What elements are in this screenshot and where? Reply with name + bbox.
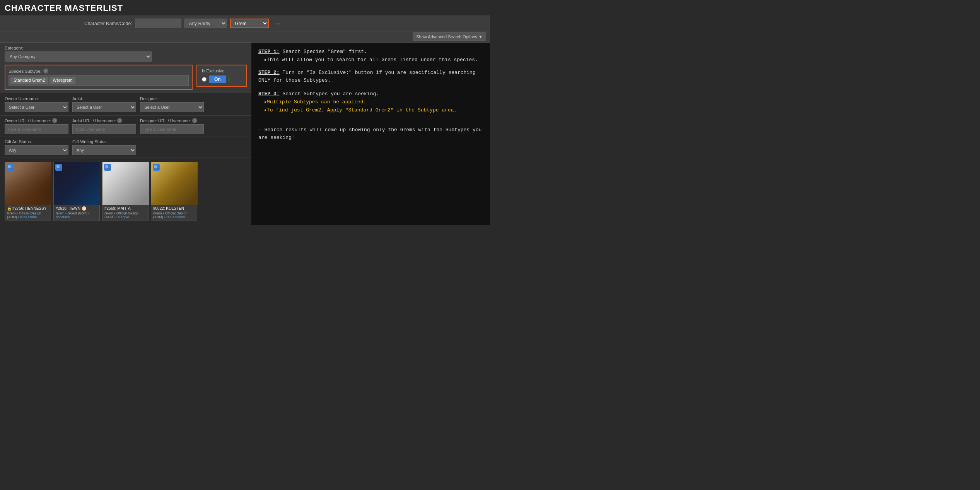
result-card[interactable]: 🔍 #2569: MAHTA Grem • Official Design (A… bbox=[102, 162, 149, 221]
rarity-select[interactable]: Any Rarity bbox=[184, 19, 227, 28]
card-search-badge[interactable]: 🔍 bbox=[7, 164, 14, 171]
subtype-tag-2: Weregrem bbox=[50, 77, 75, 84]
result-card[interactable]: 🔍 #0822: KOLSTEN Grem • Official Design … bbox=[151, 162, 197, 221]
step1-text: Search Species "Grem" first. bbox=[282, 49, 367, 55]
artist-select[interactable]: Select a User bbox=[72, 102, 136, 112]
artist-label: Artist: bbox=[72, 96, 136, 101]
owner-url-input[interactable] bbox=[5, 124, 68, 134]
char-meta: Grem • Official Design (ADM) • King Maho bbox=[7, 211, 49, 219]
step2-text: Turn on "Is Exclusive:" button if you ar… bbox=[258, 70, 476, 84]
step3-label: STEP 3: bbox=[258, 91, 280, 97]
owner-label: Owner Username: bbox=[5, 96, 68, 101]
step3-bullet2: ★To find just Grem2, Apply "Standard Gre… bbox=[258, 106, 457, 115]
artist-url-help[interactable]: ? bbox=[117, 118, 122, 123]
gift-writing-field: Gift Writing Status: Any bbox=[72, 139, 136, 155]
card-search-badge[interactable]: 🔍 bbox=[55, 164, 62, 171]
step3-bullet1: ★Multiple Subtypes can be applied. bbox=[258, 98, 366, 106]
results-grid: 🔍 🔒#2756: HENNESSY Grem • Official Desig… bbox=[0, 158, 251, 225]
species-select[interactable]: Grem bbox=[230, 19, 269, 28]
step3-text: Search Subtypes you are seeking. bbox=[282, 91, 379, 97]
designer-url-label: Designer URL / Username: bbox=[140, 118, 191, 123]
designer-url-input[interactable] bbox=[140, 124, 204, 134]
result-card[interactable]: 🔍 #2610: HEWN 🌕 Grem • Guest (GST) • gho… bbox=[53, 162, 100, 221]
result-text-block: ← Search results will come up showing on… bbox=[258, 122, 483, 142]
subtype-tag-1: Standard Grem2 bbox=[10, 77, 48, 84]
gift-writing-select[interactable]: Any bbox=[72, 145, 136, 155]
owner-field: Owner Username: Select a User bbox=[5, 96, 68, 112]
char-meta: Grem • Official Design (ADM) • Magpie bbox=[104, 211, 146, 219]
subtype-help-icon[interactable]: ? bbox=[43, 69, 48, 74]
artist-url-label: Artist URL / Username: bbox=[72, 118, 116, 123]
artist-field: Artist: Select a User bbox=[72, 96, 136, 112]
owner-url-help[interactable]: ? bbox=[52, 118, 57, 123]
char-name-input[interactable] bbox=[135, 19, 181, 28]
owner-url-label: Owner URL / Username: bbox=[5, 118, 51, 123]
gift-art-field: Gift Art Status: Any bbox=[5, 139, 68, 155]
step1-arrow: → bbox=[273, 19, 281, 28]
owner-url-field: Owner URL / Username: ? bbox=[5, 118, 68, 134]
char-name: 🔒#2756: HENNESSY bbox=[7, 206, 49, 211]
designer-url-field: Designer URL / Username: ? bbox=[140, 118, 204, 134]
designer-label: Designer: bbox=[140, 96, 204, 101]
step2-label: STEP 2: bbox=[258, 70, 280, 75]
adv-search-button[interactable]: Show Advanced Search Options ▼ bbox=[413, 33, 486, 41]
gift-art-select[interactable]: Any bbox=[5, 145, 68, 155]
step1-star: ★This will allow you to search for all G… bbox=[258, 56, 478, 64]
char-name: #2610: HEWN 🌕 bbox=[56, 206, 97, 211]
page-title: CHARACTER MASTERLIST bbox=[0, 0, 490, 16]
char-name: #0822: KOLSTEN bbox=[153, 206, 195, 211]
owner-select[interactable]: Select a User bbox=[5, 102, 68, 112]
char-meta: Grem • Guest (GST) • ghostaris bbox=[56, 211, 97, 219]
exclusive-label: Is Exclusive: bbox=[202, 69, 241, 73]
subtype-tags-container: Standard Grem2 Weregrem bbox=[9, 75, 189, 86]
designer-url-help[interactable]: ? bbox=[192, 118, 197, 123]
category-label: Category: bbox=[5, 46, 247, 50]
gift-art-label: Gift Art Status: bbox=[5, 139, 68, 144]
exclusive-toggle-button[interactable]: On bbox=[209, 75, 226, 83]
step2-block: STEP 2: Turn on "Is Exclusive:" button i… bbox=[258, 69, 483, 85]
gift-writing-label: Gift Writing Status: bbox=[72, 139, 136, 144]
artist-url-field: Artist URL / Username: ? bbox=[72, 118, 136, 134]
result-card[interactable]: 🔍 🔒#2756: HENNESSY Grem • Official Desig… bbox=[5, 162, 51, 221]
artist-url-input[interactable] bbox=[72, 124, 136, 134]
step1-block: STEP 1: Search Species "Grem" first. ★Th… bbox=[258, 48, 483, 64]
char-name-label: Character Name/Code: bbox=[84, 21, 132, 26]
step1-label: STEP 1: bbox=[258, 49, 280, 55]
category-select[interactable]: Any Category bbox=[5, 51, 152, 62]
designer-field: Designer: Select a User bbox=[140, 96, 204, 112]
subtype-label: Species Subtype: bbox=[9, 69, 42, 74]
card-search-badge[interactable]: 🔍 bbox=[153, 164, 160, 171]
exclusive-box: Is Exclusive: On | bbox=[196, 65, 247, 87]
char-meta: Grem • Official Design (ADM) • red-antea… bbox=[153, 211, 195, 219]
subtype-box: Species Subtype: ? Standard Grem2 Weregr… bbox=[5, 65, 193, 90]
step3-block: STEP 3: Search Subtypes you are seeking.… bbox=[258, 90, 483, 114]
card-search-badge[interactable]: 🔍 bbox=[104, 164, 111, 171]
designer-select[interactable]: Select a User bbox=[140, 102, 204, 112]
exclusive-radio[interactable] bbox=[202, 77, 207, 82]
char-name: #2569: MAHTA bbox=[104, 206, 146, 211]
